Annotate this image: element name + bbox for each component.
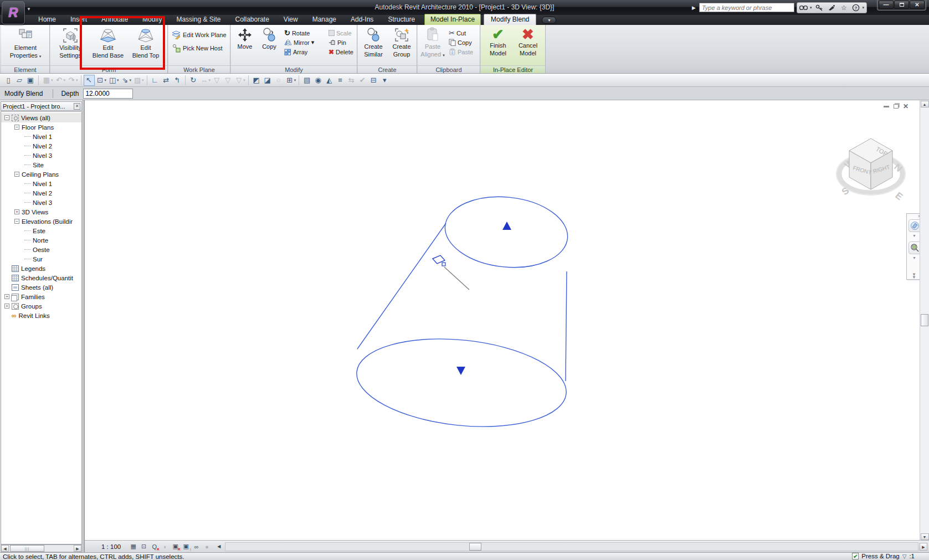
finish-model-button[interactable]: ✔ Finish Model: [484, 26, 512, 65]
ribbon-minimize-button[interactable]: ▼: [542, 17, 556, 24]
new-file-icon[interactable]: ▯: [3, 75, 14, 86]
pin-button[interactable]: Pin: [329, 38, 346, 47]
linework-icon[interactable]: ◩: [251, 75, 262, 86]
navbar-more-icon[interactable]: ▼▼: [912, 273, 916, 279]
tree-item-oeste[interactable]: Oeste: [1, 245, 81, 254]
tree-item-families[interactable]: +Families: [1, 292, 81, 301]
copy-to-clipboard-button[interactable]: Copy: [449, 38, 473, 47]
swap-elements-icon[interactable]: ⇆: [346, 75, 357, 86]
tile-windows-icon[interactable]: ⊞: [284, 75, 295, 86]
subscription-icon[interactable]: [827, 3, 836, 12]
cancel-model-button[interactable]: ✖ Cancel Model: [514, 26, 542, 65]
view-restore-icon[interactable]: [894, 104, 899, 109]
expand-icon[interactable]: +: [4, 304, 9, 309]
infocenter-collapse-icon[interactable]: ▶: [692, 5, 696, 11]
tree-item-nivel-3[interactable]: Nivel 3: [1, 198, 81, 207]
help-icon[interactable]: ?: [851, 3, 860, 12]
search-input[interactable]: [699, 3, 794, 12]
browser-scroll-left-icon[interactable]: ◀: [1, 545, 9, 552]
expand-icon[interactable]: +: [4, 294, 9, 299]
view-close-icon[interactable]: ✕: [903, 102, 909, 110]
align-icon[interactable]: ∟: [150, 75, 161, 86]
show-crop-region-icon[interactable]: ▣!: [181, 542, 191, 551]
worksets-icon[interactable]: ⊟: [368, 75, 379, 86]
move-button[interactable]: Move: [233, 26, 256, 65]
paint-icon[interactable]: ◪: [262, 75, 273, 86]
application-menu-button[interactable]: R: [2, 1, 25, 24]
tree-item-groups[interactable]: +Groups: [1, 301, 81, 311]
collapse-icon[interactable]: −: [4, 115, 9, 120]
spelling-icon[interactable]: ✔: [357, 75, 368, 86]
close-button[interactable]: ✕: [910, 1, 925, 9]
compass-east[interactable]: E: [894, 190, 905, 202]
press-drag-checkbox[interactable]: ✔: [852, 553, 859, 559]
zoom-button[interactable]: [909, 242, 920, 254]
tree-item-sur[interactable]: Sur: [1, 254, 81, 264]
tree-item-3d-views[interactable]: +3D Views: [1, 207, 81, 217]
save-icon[interactable]: ▣: [25, 75, 36, 86]
delete-button[interactable]: ✖Delete: [329, 47, 353, 56]
render-icon[interactable]: ◉: [312, 75, 324, 86]
create-group-button[interactable]: Create Group: [388, 26, 415, 65]
open-folder-icon[interactable]: ▱: [14, 75, 25, 86]
tree-item-norte[interactable]: Norte: [1, 235, 81, 245]
section-view-icon[interactable]: ◫: [107, 75, 118, 86]
blend-base-drag-arrow[interactable]: [456, 367, 465, 375]
hscroll-right-icon[interactable]: ▶: [920, 543, 927, 551]
view-3d[interactable]: W N S E TOP FRONT RIGHT ✕: [85, 100, 920, 540]
tree-item-nivel-1[interactable]: Nivel 1: [1, 179, 81, 188]
tab-home[interactable]: Home: [31, 14, 63, 25]
temporary-hide-icon[interactable]: ◖: [160, 542, 170, 551]
view-filter-b-icon[interactable]: ▽: [222, 75, 233, 86]
copy-button[interactable]: Copy: [258, 26, 281, 65]
zoom-dropdown-icon[interactable]: ▼: [912, 256, 916, 260]
split-icon[interactable]: ⇄: [161, 75, 172, 86]
browser-scroll-thumb[interactable]: |||: [10, 545, 44, 552]
tree-item-floor-plans[interactable]: −Floor Plans: [1, 122, 81, 132]
browser-horizontal-scrollbar[interactable]: ◀ ||| ▶: [1, 544, 82, 552]
undo-icon[interactable]: ↶: [54, 75, 65, 86]
blend-wireframe[interactable]: [352, 191, 571, 436]
match-type-icon[interactable]: ○: [273, 75, 284, 86]
annotation-lines-icon[interactable]: ≡: [335, 75, 346, 86]
tab-model-in-place[interactable]: Model In-Place: [424, 14, 481, 25]
edit-work-plane-button[interactable]: Edit Work Plane: [172, 30, 227, 39]
scroll-down-icon[interactable]: ▼: [921, 533, 929, 540]
thin-lines-icon[interactable]: ▨: [132, 75, 143, 86]
tree-item-revit-links[interactable]: ∞Revit Links: [1, 311, 81, 320]
view-filter-c-icon[interactable]: ▽: [233, 75, 244, 86]
binoculars-dropdown-icon[interactable]: ▾: [810, 6, 812, 10]
tab-manage[interactable]: Manage: [305, 14, 343, 25]
view-filter-a-icon[interactable]: ▽: [211, 75, 222, 86]
help-dropdown-icon[interactable]: ▾: [862, 6, 864, 10]
horizontal-scroll-thumb[interactable]: [469, 543, 481, 551]
sheet-issue-icon[interactable]: ▤: [301, 75, 312, 86]
tree-item-ceiling-plans[interactable]: −Ceiling Plans: [1, 169, 81, 179]
scroll-up-icon[interactable]: ▲: [921, 101, 929, 107]
tab-collaborate[interactable]: Collaborate: [228, 14, 276, 25]
collapse-icon[interactable]: −: [14, 125, 19, 130]
modify-pointer-icon[interactable]: ↖: [84, 75, 95, 86]
minimize-button[interactable]: —: [879, 1, 894, 9]
restore-button[interactable]: [894, 1, 909, 9]
tree-item-schedules-quantit[interactable]: Schedules/Quantit: [1, 273, 81, 282]
tree-item-elevations-buildir[interactable]: −Elevations (Buildir: [1, 217, 81, 226]
temporary-view-properties-icon[interactable]: ∞: [192, 542, 201, 551]
tree-item-sheets-all-[interactable]: Sheets (all): [1, 282, 81, 292]
import-cad-icon[interactable]: ⇘: [120, 75, 131, 86]
scale-button[interactable]: Scale: [329, 28, 352, 38]
work-plane-marker[interactable]: [433, 255, 469, 290]
steering-wheel-button[interactable]: [909, 219, 920, 232]
viewcube[interactable]: W N S E TOP FRONT RIGHT: [836, 138, 905, 202]
create-similar-button[interactable]: Create Similar: [360, 26, 387, 65]
tree-item-nivel-3[interactable]: Nivel 3: [1, 151, 81, 160]
tree-item-nivel-1[interactable]: Nivel 1: [1, 132, 81, 141]
detail-level-icon[interactable]: ▦: [129, 542, 138, 551]
tab-view[interactable]: View: [276, 14, 305, 25]
view-minimize-icon[interactable]: [884, 106, 889, 107]
rotate-button[interactable]: ↻Rotate: [284, 28, 323, 38]
default-3d-view-icon[interactable]: ⊡: [95, 75, 106, 86]
vertical-scrollbar[interactable]: ▲ ▼: [920, 100, 929, 540]
blend-top-drag-arrow[interactable]: [502, 222, 511, 230]
tree-item-legends[interactable]: Legends: [1, 264, 81, 273]
